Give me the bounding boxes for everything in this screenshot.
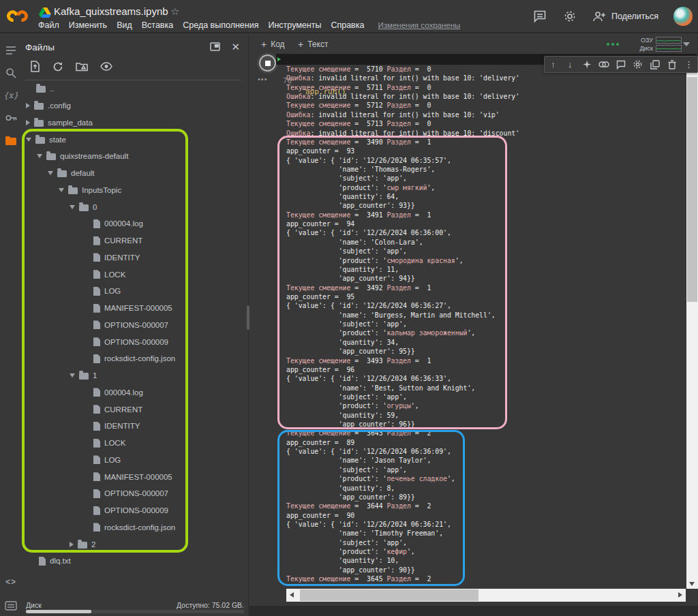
output-line: 'app_counter': 96}} xyxy=(249,420,686,429)
tree-file-IDENTITY[interactable]: IDENTITY xyxy=(20,249,245,266)
tree-folder-quixstreams-default[interactable]: quixstreams-default xyxy=(20,148,245,165)
expander-open-icon[interactable] xyxy=(59,188,64,192)
variables-icon[interactable]: {x} xyxy=(5,89,17,102)
expander-closed-icon[interactable] xyxy=(26,103,30,108)
tree-folder-2[interactable]: 2 xyxy=(20,536,245,553)
table-of-contents-icon[interactable] xyxy=(5,44,17,57)
open-in-tab-icon[interactable] xyxy=(210,42,220,51)
expander-open-icon[interactable] xyxy=(70,205,75,209)
menu-item[interactable]: Файл xyxy=(38,20,59,30)
files-folder-icon-active[interactable] xyxy=(5,134,17,147)
tree-file-OPTIONS-000007[interactable]: OPTIONS-000007 xyxy=(20,485,245,502)
add-comment-icon[interactable] xyxy=(616,59,626,70)
menu-item[interactable]: Среда выполнения xyxy=(183,20,258,30)
output-line: 'name': 'Colon-Lara', xyxy=(249,238,686,247)
cell-output: Текущее смещение = 5710 Раздел = 0Ошибка… xyxy=(249,65,686,583)
upload-file-icon[interactable] xyxy=(30,61,40,72)
output-vertical-scrollbar[interactable] xyxy=(686,66,698,589)
file-icon xyxy=(93,405,100,414)
refresh-icon[interactable] xyxy=(52,61,63,72)
tree-item-label: state xyxy=(49,136,66,144)
search-icon[interactable] xyxy=(5,67,17,79)
output-line: Текущее смещение = 3492 Раздел = 1 xyxy=(249,283,686,292)
file-tree: ...configsample_datastatequixstreams-def… xyxy=(20,80,245,570)
tree-folder-default[interactable]: default xyxy=(20,165,245,182)
move-cell-up-icon[interactable]: ↑ xyxy=(547,59,558,70)
tree-file-CURRENT[interactable]: CURRENT xyxy=(20,401,245,418)
expander-open-icon[interactable] xyxy=(26,138,31,142)
notebook-title[interactable]: Kafka_quixstreams.ipynb xyxy=(54,5,168,17)
menu-item[interactable]: Инструменты xyxy=(268,20,321,30)
add-text-button[interactable]: + Текст xyxy=(298,39,328,50)
tree-file-MANIFEST-000005[interactable]: MANIFEST-000005 xyxy=(20,468,245,485)
tree-folder-state[interactable]: state xyxy=(20,131,245,148)
comment-icon[interactable] xyxy=(532,9,547,24)
share-button[interactable]: Поделиться xyxy=(592,11,658,22)
tree-file-LOG[interactable]: LOG xyxy=(20,452,245,469)
tree-item-label: rocksdict-config.json xyxy=(104,354,175,363)
gemini-spark-icon[interactable] xyxy=(581,59,592,70)
cell-settings-gear-icon[interactable] xyxy=(633,59,643,70)
menu-item[interactable]: Справка xyxy=(331,20,364,30)
tree-folder-1[interactable]: 1 xyxy=(20,367,245,384)
code-snippets-icon[interactable]: <> xyxy=(5,576,17,588)
tree-file-rocksdict-config.json[interactable]: rocksdict-config.json xyxy=(20,519,245,536)
scroll-right-arrow-icon[interactable] xyxy=(678,592,682,598)
expander-closed-icon[interactable] xyxy=(26,120,30,125)
close-panel-icon[interactable]: ✕ xyxy=(231,42,240,52)
tree-folder-sample_data[interactable]: sample_data xyxy=(20,114,245,132)
mirror-cell-icon[interactable] xyxy=(650,59,661,70)
mount-drive-icon[interactable] xyxy=(76,61,88,72)
tree-folder-InputsTopic[interactable]: InputsTopic xyxy=(20,182,245,199)
star-icon[interactable]: ☆ xyxy=(170,5,179,18)
cell-toolbar: ↑ ↓ ⋮ xyxy=(544,56,698,73)
eye-icon[interactable] xyxy=(100,62,112,71)
resources-dropdown-icon[interactable] xyxy=(683,42,690,46)
save-status[interactable]: Изменения сохранены xyxy=(378,21,460,29)
horizontal-scroll-thumb[interactable] xyxy=(300,589,479,601)
expander-open-icon[interactable] xyxy=(48,171,53,175)
tree-file-OPTIONS-000007[interactable]: OPTIONS-000007 xyxy=(20,317,245,334)
menu-item[interactable]: Вставка xyxy=(142,20,173,30)
expander-open-icon[interactable] xyxy=(37,154,42,158)
terminal-icon[interactable] xyxy=(5,600,17,612)
tree-item-label: 000004.log xyxy=(104,388,143,397)
tree-file-dlq.txt[interactable]: dlq.txt xyxy=(20,553,245,570)
scroll-down-arrow-icon[interactable] xyxy=(689,582,695,586)
tree-file-IDENTITY[interactable]: IDENTITY xyxy=(20,418,245,435)
tree-file-LOG[interactable]: LOG xyxy=(20,283,245,300)
resource-monitor[interactable]: ОЗУ Диск xyxy=(634,36,682,52)
tree-file-000004.log[interactable]: 000004.log xyxy=(20,384,245,401)
tree-file-000004.log[interactable]: 000004.log xyxy=(20,215,245,232)
tree-file-CURRENT[interactable]: CURRENT xyxy=(20,232,245,249)
move-cell-down-icon[interactable]: ↓ xyxy=(564,59,575,70)
menu-item[interactable]: Вид xyxy=(117,20,132,30)
tree-file-MANIFEST-000005[interactable]: MANIFEST-000005 xyxy=(20,300,245,317)
tree-file-OPTIONS-000009[interactable]: OPTIONS-000009 xyxy=(20,333,245,350)
settings-gear-icon[interactable] xyxy=(562,9,577,24)
colab-logo-icon[interactable] xyxy=(7,5,35,28)
scroll-left-arrow-icon[interactable] xyxy=(290,592,294,598)
tree-file-LOCK[interactable]: LOCK xyxy=(20,435,245,452)
tree-file-rocksdict-config.json[interactable]: rocksdict-config.json xyxy=(20,350,245,367)
delete-cell-icon[interactable] xyxy=(667,59,678,70)
output-line: 'product': 'кальмар замороженный', xyxy=(249,328,686,337)
avatar[interactable] xyxy=(673,7,693,26)
secrets-key-icon[interactable] xyxy=(5,112,17,124)
vertical-scroll-thumb[interactable] xyxy=(687,77,697,302)
copy-link-icon[interactable] xyxy=(598,59,609,70)
drive-file-icon xyxy=(39,7,51,18)
output-line: 'name': 'Best, Sutton and Knight', xyxy=(249,384,686,392)
tree-file-LOCK[interactable]: LOCK xyxy=(20,266,245,283)
tree-folder-.config[interactable]: .config xyxy=(20,97,245,114)
tree-file-OPTIONS-000009[interactable]: OPTIONS-000009 xyxy=(20,502,245,519)
add-code-button[interactable]: + Код xyxy=(261,39,285,50)
more-actions-icon[interactable]: ⋮ xyxy=(683,59,694,70)
expander-closed-icon[interactable] xyxy=(70,542,74,547)
folder-icon xyxy=(79,204,89,211)
menu-item[interactable]: Изменить xyxy=(69,20,107,30)
tree-folder-..[interactable]: .. xyxy=(20,80,245,97)
expander-open-icon[interactable] xyxy=(70,373,75,378)
output-horizontal-scrollbar[interactable] xyxy=(286,589,686,602)
tree-folder-0[interactable]: 0 xyxy=(20,198,245,215)
